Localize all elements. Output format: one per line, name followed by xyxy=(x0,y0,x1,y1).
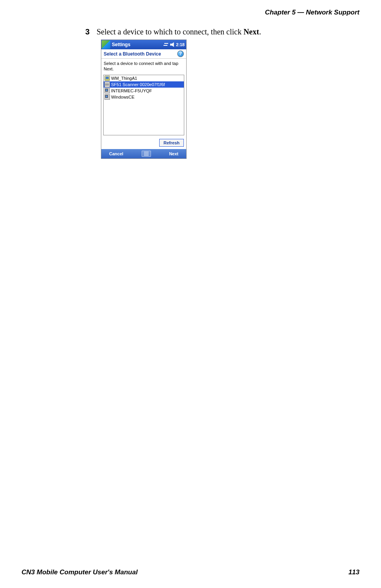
cancel-button[interactable]: Cancel xyxy=(109,151,123,156)
embedded-screenshot: Settings 2:18 Select a Bluetooth Device … xyxy=(101,40,187,159)
window-title: Settings xyxy=(112,42,164,47)
soft-key-bar: Cancel Next xyxy=(101,149,186,158)
step-text-after: . xyxy=(259,27,261,36)
device-label: SF51 Scanner 0020e07f1f6f xyxy=(111,82,165,87)
connectivity-icon[interactable] xyxy=(164,42,169,47)
device-label: WindowsCE xyxy=(111,95,135,99)
instruction-text: Select a device to connect with and tap … xyxy=(101,59,186,74)
speaker-icon[interactable] xyxy=(170,42,175,47)
step-instruction: 3 Select a device to which to connect, t… xyxy=(85,27,359,36)
dialog-header: Select a Bluetooth Device ? xyxy=(101,49,186,59)
running-header: Chapter 5 — Network Support xyxy=(265,9,359,16)
device-row[interactable]: WindowsCE xyxy=(104,94,184,100)
computer-icon xyxy=(104,94,110,100)
device-row[interactable]: WM_ThingA1 xyxy=(104,75,184,81)
footer-page-number: 113 xyxy=(349,568,359,576)
window-titlebar: Settings 2:18 xyxy=(101,40,186,49)
step-text-before: Select a device to which to connect, the… xyxy=(97,27,243,36)
device-row[interactable]: SF51 Scanner 0020e07f1f6f xyxy=(104,81,184,88)
dialog-title: Select a Bluetooth Device xyxy=(104,51,161,57)
next-button[interactable]: Next xyxy=(169,151,178,156)
device-row[interactable]: INTERMEC-F5UYQF xyxy=(104,88,184,94)
device-label: WM_ThingA1 xyxy=(111,76,137,81)
keyboard-toggle-icon[interactable] xyxy=(142,151,151,157)
clock-time[interactable]: 2:18 xyxy=(176,42,185,47)
device-label: INTERMEC-F5UYQF xyxy=(111,88,152,93)
pda-icon xyxy=(104,76,110,81)
step-bold-word: Next xyxy=(243,27,259,36)
computer-icon xyxy=(104,88,110,94)
footer-manual-title: CN3 Mobile Computer User's Manual xyxy=(22,568,138,576)
help-icon[interactable]: ? xyxy=(177,50,184,57)
keyboard-icon xyxy=(104,82,110,87)
step-number: 3 xyxy=(85,27,95,36)
refresh-button[interactable]: Refresh xyxy=(159,139,184,147)
start-icon[interactable] xyxy=(102,40,110,49)
device-list[interactable]: WM_ThingA1 SF51 Scanner 0020e07f1f6f INT… xyxy=(103,75,184,135)
